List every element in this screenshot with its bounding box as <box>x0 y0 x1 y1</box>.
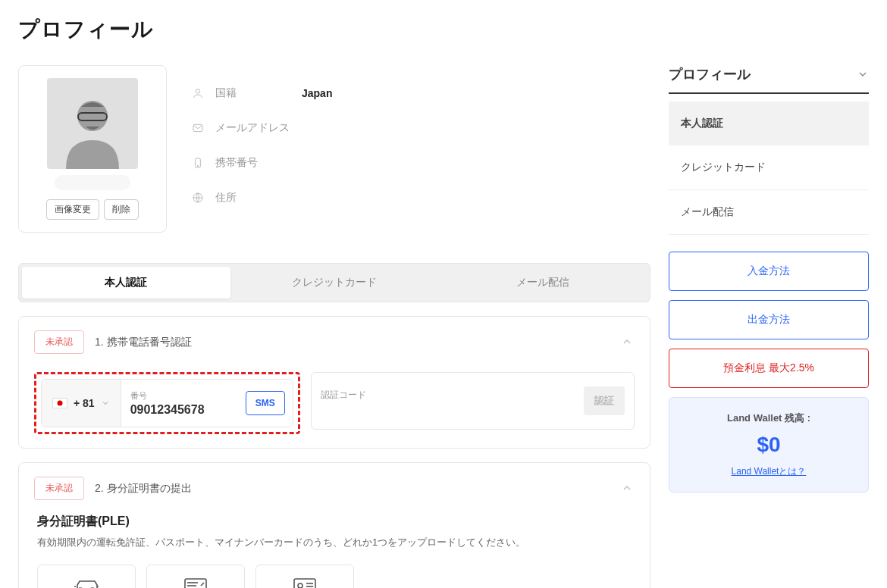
doc-mynumber[interactable]: My Number <box>255 565 354 588</box>
profile-fields: 国籍 Japan メールアドレス 携帯番号 <box>191 65 650 233</box>
unapproved-badge: 未承認 <box>34 477 84 500</box>
wallet-amount: $0 <box>680 433 857 457</box>
phone-verification-section: 未承認 1. 携帯電話番号認証 + 81 番号 <box>18 316 650 449</box>
phone-input[interactable] <box>130 403 229 417</box>
field-email: メールアドレス <box>191 121 650 135</box>
wallet-label: Land Wallet 残高 : <box>680 411 857 425</box>
interest-button[interactable]: 預金利息 最大2.5% <box>669 349 869 388</box>
verify-button[interactable]: 認証 <box>584 386 625 415</box>
field-label: メールアドレス <box>215 121 291 135</box>
country-code: + 81 <box>74 397 95 409</box>
field-label: 住所 <box>215 191 291 205</box>
chevron-up-icon[interactable] <box>621 482 635 496</box>
svg-rect-3 <box>193 124 202 131</box>
phone-input-label: 番号 <box>130 390 229 402</box>
svg-point-5 <box>197 165 198 166</box>
field-label: 携帯番号 <box>215 156 291 170</box>
doc-driver-license[interactable]: Driver License <box>37 565 136 588</box>
id-card-icon <box>261 576 349 588</box>
tab-mail[interactable]: メール配信 <box>438 267 647 299</box>
id-submission-section: 未承認 2. 身分証明書の提出 身分証明書(PLE) 有効期限内の運転免許証、パ… <box>18 462 650 588</box>
unapproved-badge: 未承認 <box>34 330 84 354</box>
doc-cards: Driver License Passport <box>37 565 635 588</box>
avatar-delete-button[interactable]: 削除 <box>104 199 139 220</box>
tab-identity[interactable]: 本人認証 <box>22 267 230 299</box>
svg-point-14 <box>298 583 302 588</box>
avatar-change-button[interactable]: 画像変更 <box>46 199 99 220</box>
field-phone: 携帯番号 <box>191 156 650 170</box>
sidebar-title: プロフィール <box>669 65 751 83</box>
svg-point-2 <box>196 89 199 93</box>
field-label: 国籍 <box>215 86 291 100</box>
sidebar-header[interactable]: プロフィール <box>669 65 869 94</box>
profile-header: 画像変更 削除 国籍 Japan メールアドレス <box>18 65 650 233</box>
deposit-button[interactable]: 入金方法 <box>669 252 869 291</box>
sidebar: プロフィール 本人認証 クレジットカード メール配信 入金方法 出金方法 預金利… <box>669 65 869 588</box>
sms-button[interactable]: SMS <box>246 391 285 415</box>
sidebar-nav: 本人認証 クレジットカード メール配信 <box>669 102 869 235</box>
passport-icon <box>152 576 240 588</box>
sidebar-item-credit-card[interactable]: クレジットカード <box>669 145 869 190</box>
tabs: 本人認証 クレジットカード メール配信 <box>18 263 650 302</box>
wallet-info-link[interactable]: Land Walletとは？ <box>732 466 807 477</box>
sidebar-item-identity[interactable]: 本人認証 <box>669 102 869 145</box>
japan-flag-icon <box>52 398 67 408</box>
section-title: 2. 身分証明書の提出 <box>95 482 610 496</box>
field-address: 住所 <box>191 191 650 205</box>
code-input[interactable] <box>321 402 442 414</box>
phone-input-group: + 81 番号 SMS <box>41 379 293 427</box>
avatar-image <box>47 78 138 169</box>
code-input-label: 認証コード <box>321 389 442 402</box>
section-title: 1. 携帯電話番号認証 <box>95 336 610 349</box>
doc-passport[interactable]: Passport <box>146 565 245 588</box>
chevron-down-icon <box>857 68 869 80</box>
withdraw-button[interactable]: 出金方法 <box>669 300 869 339</box>
page-title: プロフィール <box>18 15 869 44</box>
globe-icon <box>191 191 205 205</box>
wallet-balance-box: Land Wallet 残高 : $0 Land Walletとは？ <box>669 397 869 493</box>
phone-icon <box>191 156 205 170</box>
chevron-up-icon[interactable] <box>621 336 635 349</box>
field-nationality: 国籍 Japan <box>191 86 650 100</box>
country-code-select[interactable]: + 81 <box>42 380 121 427</box>
avatar-card: 画像変更 削除 <box>18 65 167 233</box>
tab-credit-card[interactable]: クレジットカード <box>230 267 439 299</box>
user-icon <box>191 86 205 100</box>
id-heading: 身分証明書(PLE) <box>37 514 635 530</box>
sidebar-item-mail[interactable]: メール配信 <box>669 190 869 235</box>
id-description: 有効期限内の運転免許証、パスポート、マイナンバーカードのうち、どれか1つをアップ… <box>37 534 635 551</box>
mail-icon <box>191 121 205 135</box>
car-icon <box>42 576 130 588</box>
phone-highlight-box: + 81 番号 SMS <box>34 372 300 434</box>
verification-code-group: 認証コード 認証 <box>311 372 635 430</box>
avatar-name-placeholder <box>55 175 130 190</box>
chevron-down-icon <box>101 399 110 408</box>
field-value: Japan <box>302 87 332 99</box>
